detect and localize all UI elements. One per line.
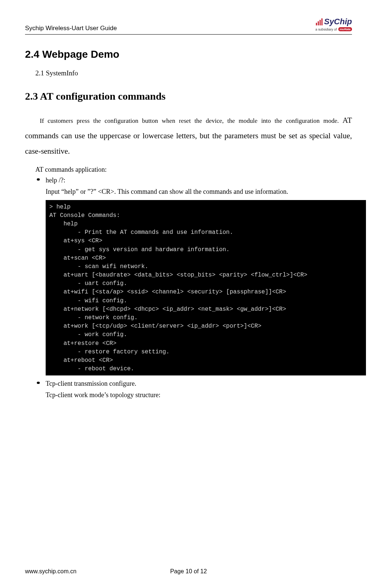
logo-sub-text: a subsidiary of: [316, 28, 337, 31]
murata-badge: muRata: [338, 27, 352, 31]
document-page: Sychip Wireless-Uart User Guide SyChip a…: [0, 0, 377, 588]
footer-url: www.sychip.com.cn: [25, 568, 134, 575]
logo-bars-icon: [316, 18, 323, 25]
at-commands-application-label: AT commands application:: [35, 166, 352, 174]
footer-page-number: Page 10 of 12: [134, 568, 243, 575]
footer-spacer: [243, 568, 352, 575]
terminal-output: > help AT Console Commands: help - Print…: [46, 200, 366, 376]
intro-small: If customers press the configuration but…: [40, 117, 342, 124]
bullet-help-desc: Input “help” or ”?” <CR>. This command c…: [46, 186, 352, 197]
page-header: Sychip Wireless-Uart User Guide SyChip a…: [25, 17, 352, 35]
bullet-tcp-title: Tcp-client transmission configure.: [46, 378, 352, 389]
logo-block: SyChip a subsidiary of muRata: [316, 17, 352, 32]
header-title: Sychip Wireless-Uart User Guide: [25, 25, 117, 32]
bullet-icon: [37, 178, 40, 181]
bullet-tcp-desc: Tcp-client work mode’s topology structur…: [46, 390, 352, 400]
heading-at-config: 2.3 AT configuration commands: [25, 90, 352, 102]
page-footer: www.sychip.com.cn Page 10 of 12: [25, 568, 352, 575]
intro-paragraph: If customers press the configuration but…: [25, 113, 352, 159]
subheading-systeminfo: 2.1 SystemInfo: [35, 69, 352, 77]
bullet-help-title: help /?:: [46, 175, 352, 186]
logo-name: SyChip: [324, 17, 352, 26]
bullet-help: help /?:: [37, 175, 352, 186]
logo-subtitle: a subsidiary of muRata: [316, 27, 352, 31]
heading-webpage-demo: 2.4 Webpage Demo: [25, 49, 352, 60]
logo-top: SyChip: [316, 17, 352, 26]
bullet-tcp-client: Tcp-client transmission configure.: [37, 378, 352, 389]
bullet-icon: [37, 382, 40, 384]
